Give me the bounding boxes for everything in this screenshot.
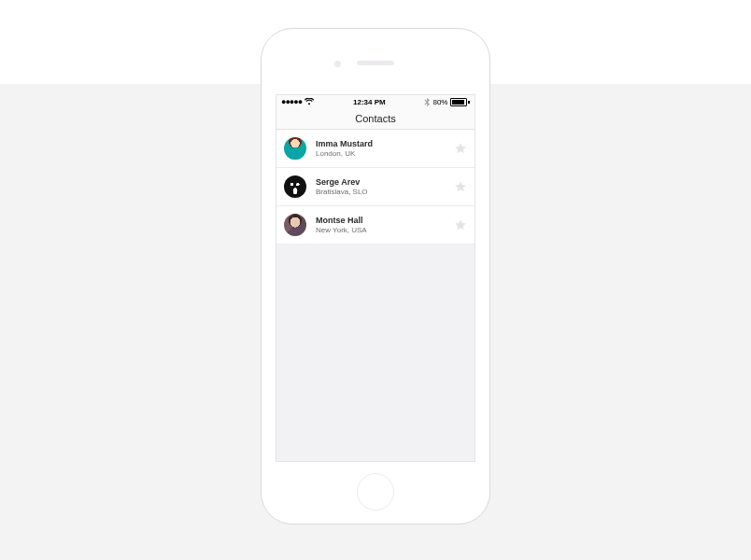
contact-info: Imma Mustard London, UK (316, 139, 454, 159)
avatar (284, 175, 306, 198)
contact-name: Montse Hall (316, 216, 454, 225)
phone-frame: ●●●●● 12:34 PM 80% Contacts (261, 28, 490, 525)
contact-location: London, UK (316, 149, 454, 158)
status-time: 12:34 PM (353, 98, 386, 106)
favorite-button[interactable] (454, 180, 467, 193)
contact-row[interactable]: Montse Hall New York, USA (276, 206, 475, 245)
phone-screen: ●●●●● 12:34 PM 80% Contacts (276, 94, 475, 462)
signal-dots-icon: ●●●●● (281, 98, 302, 106)
contacts-list: Imma Mustard London, UK Serge Arev Brati… (276, 130, 475, 245)
phone-camera (334, 61, 341, 67)
contact-location: Bratislava, SLO (316, 188, 454, 196)
bluetooth-icon (424, 98, 430, 106)
contact-location: New York, USA (316, 226, 454, 234)
battery-icon (450, 98, 470, 106)
page-title: Contacts (355, 113, 395, 124)
star-icon (454, 180, 467, 193)
avatar (284, 214, 306, 236)
favorite-button[interactable] (454, 142, 467, 155)
star-icon (454, 218, 467, 231)
favorite-button[interactable] (454, 218, 467, 231)
wifi-icon (305, 98, 314, 105)
home-button[interactable] (357, 473, 394, 511)
contact-row[interactable]: Imma Mustard London, UK (276, 130, 475, 168)
star-icon (454, 142, 467, 155)
contact-info: Montse Hall New York, USA (316, 216, 454, 235)
battery-percent: 80% (432, 98, 447, 106)
contact-name: Imma Mustard (316, 139, 454, 148)
avatar (284, 137, 306, 160)
status-left: ●●●●● (281, 98, 314, 106)
contact-row[interactable]: Serge Arev Bratislava, SLO (276, 168, 475, 206)
contact-name: Serge Arev (316, 177, 454, 187)
phone-speaker (357, 61, 394, 65)
status-bar: ●●●●● 12:34 PM 80% (276, 95, 475, 108)
status-right: 80% (424, 98, 470, 106)
nav-bar: Contacts (276, 108, 475, 130)
contact-info: Serge Arev Bratislava, SLO (316, 177, 454, 197)
